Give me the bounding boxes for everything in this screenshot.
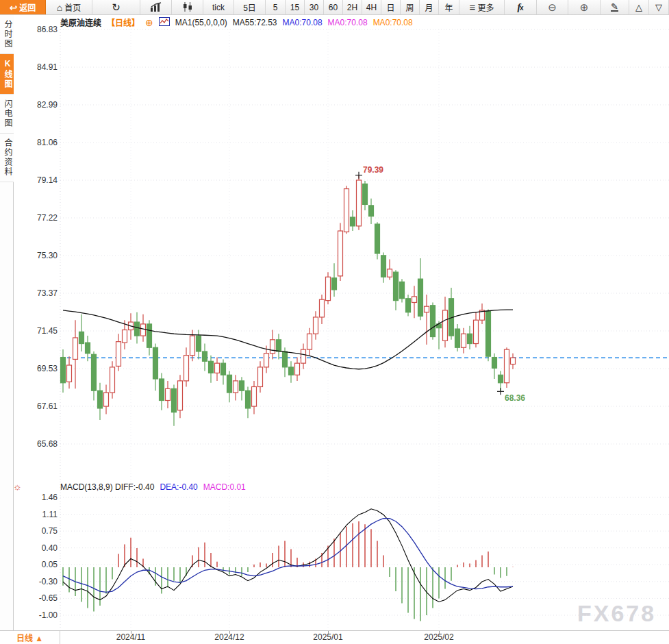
chart-application: ↩返回⌂首页↻tick5日51530602H4H日周月年≡更多fx⊖⊕✎△▽ 分… xyxy=(0,0,669,644)
ma0-value-blue: MA0:70.08 xyxy=(283,18,323,27)
circle-plus-icon: ⊕ xyxy=(145,18,153,27)
price-axis-label: 77.22 xyxy=(37,213,58,223)
period-15[interactable]: 15 xyxy=(286,0,305,14)
macd-axis-label: 0.75 xyxy=(42,526,58,536)
period-30[interactable]: 30 xyxy=(305,0,324,14)
zoom-in-icon: ⊕ xyxy=(580,2,589,12)
month-axis-label: 2024/11 xyxy=(110,632,151,642)
macd-value: MACD:0.01 xyxy=(203,482,246,492)
sidebar-item-contract-info[interactable]: 合约资料 xyxy=(0,134,14,182)
zoom-in-button[interactable]: ⊕ xyxy=(568,0,601,14)
left-sidebar: 分时图K线图闪电图合约资料 xyxy=(0,15,14,630)
price-axis-label: 67.61 xyxy=(37,401,58,411)
sidebar-item-time-chart[interactable]: 分时图 xyxy=(0,15,14,54)
ma0-value-magenta: MA0:70.08 xyxy=(328,18,368,27)
pencil-icon: ✎ xyxy=(611,3,618,12)
price-axis-label: 79.14 xyxy=(37,175,58,185)
expand-down-button[interactable]: ▽ xyxy=(649,0,669,14)
macd-axis-label: -0.30 xyxy=(39,577,58,586)
period-year-label: 年 xyxy=(444,1,453,13)
home-button-label: 首页 xyxy=(64,1,81,13)
period-week-label: 周 xyxy=(405,1,414,13)
period-4h[interactable]: 4H xyxy=(362,0,381,14)
refresh-icon: ↻ xyxy=(112,2,121,12)
zoom-out-button[interactable]: ⊖ xyxy=(537,0,568,14)
period-month[interactable]: 月 xyxy=(420,0,439,14)
fx-icon: fx xyxy=(517,2,523,12)
top-toolbar: ↩返回⌂首页↻tick5日51530602H4H日周月年≡更多fx⊖⊕✎△▽ xyxy=(0,0,669,15)
price-axis-label: 81.06 xyxy=(37,138,58,147)
more-button-label: 更多 xyxy=(477,1,494,13)
back-button[interactable]: ↩返回 xyxy=(0,0,46,14)
period-year[interactable]: 年 xyxy=(439,0,459,14)
watermark: FX678 xyxy=(577,600,656,627)
price-axis-label: 69.53 xyxy=(37,364,58,373)
period-5day[interactable]: 5日 xyxy=(234,0,266,14)
indicator-button[interactable]: fx xyxy=(505,0,537,14)
menu-icon: ≡ xyxy=(470,2,476,12)
refresh-button[interactable]: ↻ xyxy=(92,0,140,14)
high-price-annotation: 79.39 xyxy=(363,165,383,175)
back-button-label: 返回 xyxy=(19,1,36,13)
zoom-out-icon: ⊖ xyxy=(548,2,557,12)
macd-axis-label: 1.11 xyxy=(42,510,58,519)
macd-axis-label: -0.65 xyxy=(39,593,58,603)
month-axis-label: 2024/12 xyxy=(209,632,250,642)
price-macd-chart[interactable]: 86.8384.9182.9981.0679.1477.2275.3073.37… xyxy=(0,0,669,644)
price-axis-label: 65.68 xyxy=(37,439,58,449)
price-axis-label: 73.37 xyxy=(37,288,58,298)
period-tag: 【日线】 xyxy=(107,16,140,28)
symbol-name: 美原油连续 xyxy=(60,16,101,28)
period-indicator[interactable]: 日线 ▲ xyxy=(0,631,60,644)
period-month-label: 月 xyxy=(425,1,433,13)
macd-axis-label: -1.00 xyxy=(39,610,58,620)
expand-up-button[interactable]: △ xyxy=(629,0,649,14)
period-60-label: 60 xyxy=(329,3,338,12)
period-60[interactable]: 60 xyxy=(324,0,343,14)
period-2h-label: 2H xyxy=(347,3,357,12)
back-arrow-icon: ↩ xyxy=(10,3,18,12)
period-week[interactable]: 周 xyxy=(401,0,420,14)
dea-value: DEA:-0.40 xyxy=(160,482,197,492)
period-15-label: 15 xyxy=(290,3,299,12)
period-tick-label: tick xyxy=(212,3,225,12)
ma55-value: MA55:72.53 xyxy=(233,18,277,27)
price-axis-label: 86.83 xyxy=(37,25,58,34)
low-price-annotation: 68.36 xyxy=(505,393,525,403)
home-button[interactable]: ⌂首页 xyxy=(46,0,92,14)
month-axis-label: 2025/01 xyxy=(307,632,349,642)
period-30-label: 30 xyxy=(310,3,318,12)
period-day[interactable]: 日 xyxy=(381,0,401,14)
triangle-down-icon: ▽ xyxy=(655,3,662,12)
macd-legend: MACD(13,8,9) DIFF:-0.40DEA:-0.40MACD:0.0… xyxy=(60,482,246,492)
period-2h[interactable]: 2H xyxy=(343,0,362,14)
month-axis-label: 2025/02 xyxy=(418,632,459,642)
period-5day-label: 5日 xyxy=(243,1,256,13)
macd-params: MACD(13,8,9) DIFF:-0.40 xyxy=(60,482,154,492)
macd-axis-label: 1.46 xyxy=(42,493,58,502)
macd-settings-icon[interactable]: ☼ xyxy=(13,482,22,491)
ma0-value-orange: MA0:70.08 xyxy=(373,18,413,27)
bar-chart-icon xyxy=(150,2,162,13)
home-icon: ⌂ xyxy=(57,3,62,12)
bottom-axis-bar: 日线 ▲ 2024/112024/122025/012025/02 xyxy=(0,630,669,644)
sidebar-item-lightning-chart[interactable]: 闪电图 xyxy=(0,95,14,134)
candlestick-icon xyxy=(182,2,193,13)
macd-axis-label: 0.05 xyxy=(42,560,58,569)
macd-axis-label: 0.40 xyxy=(42,543,58,553)
bar-chart-button[interactable] xyxy=(140,0,172,14)
period-5[interactable]: 5 xyxy=(266,0,286,14)
sidebar-item-kline-chart[interactable]: K线图 xyxy=(0,54,14,95)
price-axis-label: 84.91 xyxy=(37,62,58,72)
triangle-up-icon: △ xyxy=(635,3,642,12)
price-axis-label: 75.30 xyxy=(37,251,58,260)
period-5-label: 5 xyxy=(273,3,278,12)
candlestick-button[interactable] xyxy=(172,0,203,14)
period-day-label: 日 xyxy=(386,1,394,13)
period-tick[interactable]: tick xyxy=(203,0,234,14)
more-button[interactable]: ≡更多 xyxy=(459,0,505,14)
main-chart-legend: 美原油连续【日线】⊕MA1(55,0,0,0)MA55:72.53MA0:70.… xyxy=(60,16,413,28)
ma-params: MA1(55,0,0,0) xyxy=(175,18,227,27)
draw-button[interactable]: ✎ xyxy=(601,0,629,14)
period-4h-label: 4H xyxy=(366,3,377,12)
